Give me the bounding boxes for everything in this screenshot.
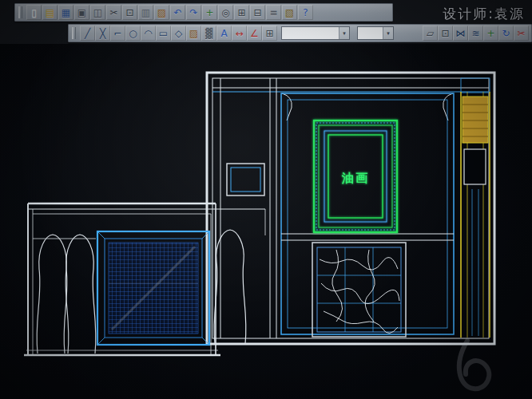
- copy-clip-icon[interactable]: ⊡: [122, 5, 137, 20]
- cad-drawing[interactable]: 油画: [0, 44, 532, 399]
- zoom-window-icon[interactable]: ⊞: [234, 5, 249, 20]
- pan-icon[interactable]: +: [202, 5, 217, 20]
- chevron-down-icon[interactable]: ▾: [383, 27, 393, 39]
- redo-icon[interactable]: ↷: [186, 5, 201, 20]
- painting-frame[interactable]: 油画: [314, 120, 397, 232]
- offset-icon[interactable]: ≋: [468, 26, 483, 41]
- marble-veins: [320, 250, 399, 334]
- chevron-down-icon[interactable]: ▾: [339, 27, 349, 39]
- gradient-fill-icon[interactable]: ▓: [201, 26, 216, 41]
- style-dropdown-2[interactable]: ▾: [357, 26, 394, 40]
- text-icon[interactable]: A: [216, 26, 232, 41]
- zoom-previous-icon[interactable]: ⊟: [250, 5, 265, 20]
- zoom-realtime-icon[interactable]: ◎: [218, 5, 233, 20]
- hatch-icon[interactable]: ▨: [186, 26, 201, 41]
- draw-icon-group: ╱╳⌐○◠▭◇▨▓A↔∠⊞: [80, 26, 277, 41]
- trim-icon[interactable]: ✂: [514, 26, 529, 41]
- linear-dimension-icon[interactable]: ↔: [232, 26, 247, 41]
- polygon-icon[interactable]: ◇: [171, 26, 186, 41]
- style-dropdown-1[interactable]: ▾: [281, 26, 350, 40]
- cut-icon[interactable]: ✂: [106, 5, 121, 20]
- circle-icon[interactable]: ○: [125, 26, 141, 41]
- line-icon[interactable]: ╱: [80, 26, 95, 41]
- arc-icon[interactable]: ◠: [141, 26, 156, 41]
- toolbar-standard: ▯▤▦▣◫✂⊡▥▨↶↷+◎⊞⊟≡▧?: [14, 3, 393, 22]
- paste-icon[interactable]: ▥: [138, 5, 153, 20]
- arch-profile: [214, 230, 246, 344]
- mirror-grid-panel[interactable]: [97, 231, 209, 345]
- plot-icon[interactable]: ▣: [74, 5, 89, 20]
- painting-label[interactable]: 油画: [341, 171, 369, 185]
- design-center-icon[interactable]: ▧: [282, 5, 297, 20]
- match-properties-icon[interactable]: ▨: [154, 5, 169, 20]
- column-right[interactable]: [461, 78, 490, 338]
- help-icon[interactable]: ?: [298, 5, 313, 20]
- construction-line-icon[interactable]: ╳: [95, 26, 110, 41]
- model-space[interactable]: 油画: [0, 44, 532, 399]
- polyline-icon[interactable]: ⌐: [110, 26, 125, 41]
- mirror-icon[interactable]: ⋈: [453, 26, 468, 41]
- undo-icon[interactable]: ↶: [170, 5, 185, 20]
- tv-panel[interactable]: [227, 164, 264, 196]
- move-icon[interactable]: +: [483, 26, 498, 41]
- rectangle-icon[interactable]: ▭: [156, 26, 171, 41]
- new-file-icon[interactable]: ▯: [26, 5, 42, 20]
- open-folder-icon[interactable]: ▤: [42, 5, 58, 20]
- erase-icon[interactable]: ▱: [423, 26, 438, 41]
- save-icon[interactable]: ▦: [58, 5, 73, 20]
- toolbar-drag-handle[interactable]: [18, 6, 22, 18]
- copy-object-icon[interactable]: ⊡: [438, 26, 453, 41]
- toolbar-drag-handle[interactable]: [72, 27, 76, 39]
- rotate-icon[interactable]: ↻: [498, 26, 514, 41]
- properties-icon[interactable]: ≡: [266, 5, 281, 20]
- modify-icon-group: ▱⊡⋈≋+↻✂: [423, 26, 529, 41]
- plot-preview-icon[interactable]: ◫: [90, 5, 105, 20]
- table-icon[interactable]: ⊞: [262, 26, 277, 41]
- photo-glare: [459, 341, 489, 389]
- marble-panel[interactable]: [312, 243, 406, 337]
- photo-watermark-text: 设计师:袁源: [443, 5, 525, 23]
- toolbar-draw-modify: ╱╳⌐○◠▭◇▨▓A↔∠⊞ ▾ ▾ ▱⊡⋈≋+↻✂: [68, 24, 532, 42]
- angular-dimension-icon[interactable]: ∠: [247, 26, 262, 41]
